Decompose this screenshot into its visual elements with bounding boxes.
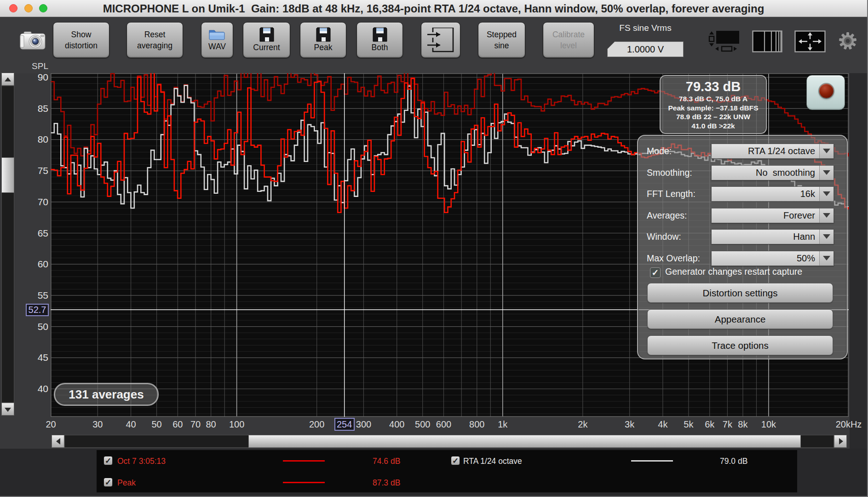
trace-value-rta: 79.0 dB bbox=[720, 457, 747, 466]
scroll-right-button[interactable] bbox=[834, 435, 847, 448]
chevron-down-icon bbox=[819, 230, 834, 244]
appearance-button[interactable]: Appearance bbox=[647, 309, 833, 329]
x-tick-label: 10k bbox=[761, 419, 776, 430]
save-current-button[interactable]: Current bbox=[243, 22, 290, 58]
window-title: MICROPHONE L on Umik-1 Gain: 18dB at 48 … bbox=[0, 0, 867, 17]
x-tick-label: 40 bbox=[126, 419, 136, 430]
chevron-down-icon bbox=[819, 251, 834, 266]
folder-icon bbox=[208, 28, 226, 41]
calibrate-level-button[interactable]: Calibrate level bbox=[543, 22, 594, 58]
mode-label: Mode: bbox=[647, 144, 672, 159]
floppy-disk-icon bbox=[259, 27, 274, 42]
y-tick-label: 85 bbox=[25, 103, 48, 114]
chevron-down-icon bbox=[819, 187, 834, 201]
show-distortion-button[interactable]: Show distortion bbox=[53, 22, 109, 58]
max-overlap-dropdown[interactable]: 50% bbox=[711, 251, 834, 266]
x-tick-label: 2k bbox=[578, 419, 587, 430]
spl-headline: 79.33 dB bbox=[661, 79, 766, 94]
averages-dropdown[interactable]: Forever bbox=[711, 208, 834, 223]
chevron-down-icon bbox=[819, 166, 834, 180]
chevron-down-icon bbox=[819, 208, 834, 223]
x-tick-label: 400 bbox=[389, 419, 404, 430]
floppy-disk-icon bbox=[373, 27, 387, 42]
trace-checkbox-current[interactable]: ✓ bbox=[103, 456, 113, 465]
camera-icon[interactable] bbox=[20, 31, 46, 50]
x-tick-label: 60 bbox=[172, 419, 183, 430]
save-peak-button[interactable]: Peak bbox=[300, 22, 346, 58]
scroll-down-button[interactable] bbox=[1, 403, 14, 416]
right-strip bbox=[850, 64, 867, 449]
x-tick-label: 20 bbox=[46, 419, 56, 430]
x-tick-label: 70 bbox=[190, 419, 201, 430]
trace-options-button[interactable]: Trace options bbox=[647, 335, 833, 355]
y-tick-label: 80 bbox=[25, 134, 48, 145]
generator-restart-checkbox[interactable]: ✓ bbox=[650, 267, 661, 278]
x-tick-label: 300 bbox=[356, 419, 371, 430]
scroll-left-button[interactable] bbox=[52, 435, 64, 448]
trace-label-rta: RTA 1/24 octave bbox=[463, 457, 522, 466]
trace-label-peak: Peak bbox=[117, 478, 136, 488]
window-dropdown[interactable]: Hann bbox=[711, 229, 834, 244]
mode-dropdown[interactable]: RTA 1/24 octave bbox=[711, 144, 834, 159]
fft-length-label: FFT Length: bbox=[647, 186, 696, 202]
trace-line-sample-rta bbox=[631, 460, 673, 462]
toolbar: Show distortion Reset averaging WAV Cu bbox=[0, 17, 867, 73]
trace-line-sample-peak bbox=[283, 482, 325, 483]
x-tick-label: 8k bbox=[738, 419, 747, 430]
x-tick-label: 200 bbox=[309, 419, 324, 430]
horizontal-scrollbar-thumb[interactable] bbox=[248, 435, 801, 448]
trace-checkbox-rta[interactable]: ✓ bbox=[451, 456, 460, 465]
x-tick-label: 30 bbox=[92, 419, 103, 430]
x-tick-label: 500 bbox=[415, 419, 430, 430]
fit-to-data-icon[interactable] bbox=[794, 30, 826, 52]
x-tick-label: 100 bbox=[229, 419, 244, 430]
fs-sine-vrms-label: FS sine Vrms bbox=[606, 23, 684, 33]
chevron-down-icon bbox=[819, 144, 834, 158]
x-tick-label: 5k bbox=[684, 419, 693, 430]
title-bar: MICROPHONE L on Umik-1 Gain: 18dB at 48 … bbox=[0, 0, 867, 17]
stepped-sine-button[interactable]: Stepped sine bbox=[478, 22, 525, 58]
spl-axis-title: SPL bbox=[27, 61, 48, 71]
vertical-scrollbar-thumb[interactable] bbox=[1, 157, 14, 193]
save-both-button[interactable]: Both bbox=[356, 22, 403, 58]
trace-value-peak: 87.3 dB bbox=[373, 478, 400, 488]
x-tick-label: 800 bbox=[469, 419, 484, 430]
floppy-disk-icon bbox=[316, 27, 331, 42]
window-label: Window: bbox=[647, 229, 681, 244]
vertical-scrollbar-track[interactable] bbox=[1, 86, 14, 403]
distortion-settings-button[interactable]: Distortion settings bbox=[647, 283, 833, 303]
x-tick-label: 7k bbox=[723, 419, 732, 430]
trace-checkbox-peak[interactable]: ✓ bbox=[103, 478, 113, 487]
rta-settings-panel: Mode: RTA 1/24 octave Smoothing: No smoo… bbox=[637, 135, 848, 359]
max-overlap-label: Max Overlap: bbox=[647, 251, 700, 266]
y-tick-label: 70 bbox=[25, 196, 48, 208]
x-tick-label: 6k bbox=[705, 419, 714, 430]
averages-label: Averages: bbox=[647, 208, 687, 223]
record-button[interactable] bbox=[806, 75, 845, 110]
frequency-axis-icon[interactable] bbox=[752, 30, 782, 52]
smoothing-dropdown[interactable]: No smoothing bbox=[711, 165, 834, 180]
smoothing-label: Smoothing: bbox=[647, 165, 692, 180]
scroll-up-button[interactable] bbox=[1, 73, 14, 86]
save-wav-button[interactable]: WAV bbox=[201, 22, 233, 58]
reset-averaging-button[interactable]: Reset averaging bbox=[126, 22, 183, 58]
generator-restart-label: Generator changes restart capture bbox=[665, 266, 802, 277]
fft-length-dropdown[interactable]: 16k bbox=[711, 186, 834, 202]
input-routing-button[interactable] bbox=[421, 22, 460, 58]
graph-limits-icon[interactable] bbox=[707, 29, 741, 52]
y-tick-label: 65 bbox=[25, 228, 48, 239]
trace-label-current: Oct 7 3:05:13 bbox=[117, 457, 166, 466]
fs-sine-vrms-input[interactable]: 1.0000 V bbox=[607, 41, 684, 57]
x-tick-label: 1k bbox=[498, 419, 507, 430]
trace-legend: ✓ Oct 7 3:05:13 74.6 dB ✓ RTA 1/24 octav… bbox=[97, 450, 797, 492]
trace-value-current: 74.6 dB bbox=[373, 457, 400, 466]
y-tick-label: 50 bbox=[25, 321, 48, 332]
rta-window: MICROPHONE L on Umik-1 Gain: 18dB at 48 … bbox=[0, 0, 868, 497]
x-tick-label: 20kHz bbox=[836, 419, 862, 430]
input-routing-icon bbox=[426, 28, 455, 52]
gear-icon[interactable] bbox=[838, 31, 857, 51]
y-tick-label: 60 bbox=[25, 259, 48, 270]
trace-line-sample-current bbox=[283, 460, 325, 462]
x-tick-label: 600 bbox=[436, 419, 451, 430]
cursor-frequency-readout: 254 bbox=[334, 418, 355, 431]
